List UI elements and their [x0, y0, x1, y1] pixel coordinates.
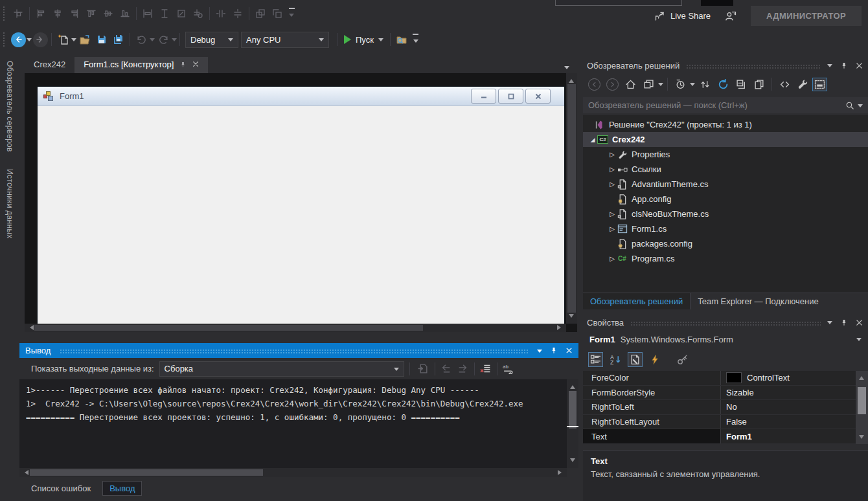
output-text[interactable]: 1>------ Перестроение всех файлов начато… — [19, 379, 567, 468]
undo-dropdown[interactable] — [150, 38, 155, 44]
tree-item-packagesconfig[interactable]: packages.config — [583, 236, 868, 251]
solution-configuration-select[interactable]: Debug — [185, 32, 238, 48]
toolbar-grip[interactable] — [3, 6, 6, 21]
close-icon[interactable] — [856, 319, 863, 326]
undo-icon[interactable] — [133, 32, 150, 47]
designer-vertical-scrollbar[interactable] — [566, 73, 577, 324]
tree-item-project-crex242[interactable]: C# Crex242 — [583, 132, 868, 147]
minimize-button[interactable] — [471, 89, 496, 104]
find-in-files-icon[interactable] — [393, 32, 410, 47]
redo-dropdown[interactable] — [172, 38, 177, 44]
align-tops-icon[interactable] — [83, 6, 100, 21]
designer-surface[interactable]: Form1 — [25, 73, 577, 332]
tab-error-list[interactable]: Список ошибок — [25, 481, 97, 496]
output-vertical-scrollbar[interactable] — [567, 379, 578, 468]
property-row-selected[interactable]: Text Form1 — [583, 429, 868, 444]
align-middles-icon[interactable] — [100, 6, 117, 21]
open-file-icon[interactable] — [76, 32, 93, 47]
tree-item-form1[interactable]: Form1.cs — [583, 221, 868, 236]
output-horizontal-scrollbar[interactable] — [19, 468, 567, 477]
document-list-dropdown[interactable] — [564, 66, 569, 72]
switch-views-dropdown[interactable] — [658, 83, 663, 89]
property-row[interactable]: RightToLeftLayout False — [583, 415, 868, 430]
switch-views-icon[interactable] — [640, 76, 657, 92]
size-to-grid-icon[interactable] — [190, 6, 207, 21]
home-icon[interactable] — [622, 76, 639, 92]
form-design-area[interactable] — [38, 106, 564, 324]
output-titlebar[interactable]: Вывод — [19, 343, 578, 358]
view-code-icon[interactable] — [776, 76, 793, 92]
search-options-dropdown[interactable] — [858, 104, 863, 110]
align-bottoms-icon[interactable] — [117, 6, 133, 21]
tab-team-explorer[interactable]: Team Explorer — Подключение — [691, 293, 825, 309]
expander-collapsed-icon[interactable] — [608, 181, 617, 188]
close-icon[interactable] — [856, 62, 863, 69]
refresh-icon[interactable] — [714, 76, 731, 92]
properties-view-button[interactable] — [628, 352, 643, 367]
new-project-icon[interactable] — [54, 32, 71, 47]
tree-item-solution[interactable]: Решение "Crex242" (проекты: 1 из 1) — [583, 117, 868, 132]
show-all-files-button[interactable] — [812, 78, 827, 91]
expander-collapsed-icon[interactable] — [608, 151, 617, 158]
tab-crex242[interactable]: Crex242 — [25, 57, 74, 73]
tree-item-references[interactable]: Ссылки — [583, 162, 868, 177]
toolbar-overflow-button[interactable] — [410, 34, 422, 45]
horizontal-spacing-icon[interactable] — [212, 6, 229, 21]
tab-output[interactable]: Вывод — [102, 481, 142, 496]
make-same-width-icon[interactable] — [139, 6, 156, 21]
close-icon[interactable] — [565, 347, 573, 354]
pending-changes-filter-icon[interactable] — [672, 76, 689, 92]
toolbar-overflow-button[interactable] — [286, 8, 297, 19]
alphabetical-sort-icon[interactable]: AZ — [607, 351, 624, 367]
maximize-button[interactable] — [498, 89, 523, 104]
sync-with-active-document-icon[interactable] — [696, 76, 713, 92]
window-position-dropdown[interactable] — [827, 321, 832, 327]
align-lefts-icon[interactable] — [32, 6, 49, 21]
navigate-back-button[interactable] — [10, 32, 27, 47]
tree-item-advantiumtheme[interactable]: AdvantiumTheme.cs — [583, 177, 868, 192]
solution-platform-select[interactable]: Any CPU — [241, 32, 329, 48]
redo-icon[interactable] — [155, 32, 172, 47]
forward-button[interactable] — [604, 76, 621, 92]
navigate-forward-button[interactable] — [32, 32, 49, 47]
vertical-spacing-icon[interactable] — [229, 6, 246, 21]
bring-to-front-icon[interactable] — [252, 6, 269, 21]
solution-explorer-titlebar[interactable]: Обозреватель решений — [583, 58, 868, 72]
properties-vertical-scrollbar[interactable] — [856, 371, 868, 444]
filter-dropdown[interactable] — [690, 83, 695, 89]
tree-item-properties[interactable]: Properties — [583, 147, 868, 162]
search-icon[interactable] — [845, 101, 854, 110]
property-row[interactable]: RightToLeft No — [583, 400, 868, 415]
window-position-dropdown[interactable] — [537, 350, 542, 355]
window-position-dropdown[interactable] — [827, 64, 832, 70]
close-button[interactable] — [525, 89, 551, 104]
categorized-button[interactable] — [588, 352, 603, 367]
align-rights-icon[interactable] — [66, 6, 83, 21]
expander-collapsed-icon[interactable] — [608, 166, 617, 173]
make-same-size-icon[interactable] — [173, 6, 190, 21]
expander-expanded-icon[interactable] — [588, 136, 597, 143]
pin-icon[interactable] — [840, 318, 848, 327]
save-icon[interactable] — [93, 32, 110, 47]
back-button[interactable] — [586, 76, 602, 92]
collapse-all-icon[interactable] — [733, 76, 749, 92]
tab-solution-explorer[interactable]: Обозреватель решений — [583, 293, 691, 309]
solution-search-input[interactable]: Обозреватель решений — поиск (Ctrl+ж) — [583, 97, 868, 113]
pin-icon[interactable] — [179, 61, 187, 69]
pin-icon[interactable] — [550, 346, 558, 355]
start-debugging-button[interactable]: Пуск — [340, 35, 387, 45]
word-wrap-icon[interactable]: ab — [500, 361, 517, 377]
goto-message-icon[interactable] — [415, 361, 432, 377]
events-icon[interactable] — [646, 351, 663, 367]
snap-to-grid-icon[interactable] — [10, 6, 27, 21]
live-share-button[interactable]: Live Share — [654, 11, 711, 21]
expander-collapsed-icon[interactable] — [608, 225, 617, 232]
tab-form1-designer[interactable]: Form1.cs [Конструктор] — [74, 57, 208, 73]
preview-selected-items-icon[interactable] — [751, 76, 768, 92]
tree-item-appconfig[interactable]: App.config — [583, 192, 868, 206]
save-all-icon[interactable] — [110, 32, 127, 47]
expander-collapsed-icon[interactable] — [608, 210, 617, 217]
make-same-height-icon[interactable] — [156, 6, 173, 21]
toolbar-grip[interactable] — [3, 32, 6, 47]
property-row[interactable]: ForeColor ControlText — [583, 371, 868, 386]
